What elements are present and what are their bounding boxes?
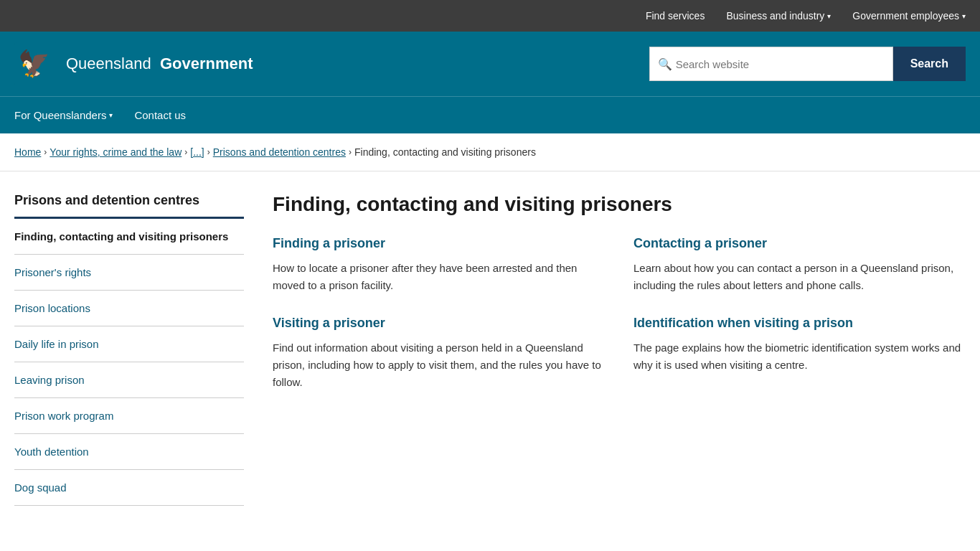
business-industry-link[interactable]: Business and industry ▾ xyxy=(726,10,831,22)
nav-contact-us[interactable]: Contact us xyxy=(134,97,186,134)
card-visiting-a-prisoner: Visiting a prisoner Find out information… xyxy=(273,316,605,391)
nav-for-queenslanders-arrow: ▾ xyxy=(109,97,113,134)
breadcrumb: Home › Your rights, crime and the law › … xyxy=(0,133,980,171)
sidebar-link-daily-life[interactable]: Daily life in prison xyxy=(14,326,244,362)
sidebar-link-dog-squad[interactable]: Dog squad xyxy=(14,470,244,505)
logo-area: 🦅 Queensland Government xyxy=(14,42,253,85)
page-title: Finding, contacting and visiting prisone… xyxy=(273,193,966,216)
sidebar: Prisons and detention centres Finding, c… xyxy=(14,193,244,506)
card-identification-visiting: Identification when visiting a prison Th… xyxy=(633,316,966,391)
nav-for-queenslanders[interactable]: For Queenslanders ▾ xyxy=(14,97,113,134)
sidebar-item-daily-life[interactable]: Daily life in prison xyxy=(14,326,244,362)
card-identification-visiting-title[interactable]: Identification when visiting a prison xyxy=(633,316,966,331)
card-finding-a-prisoner-desc: How to locate a prisoner after they have… xyxy=(273,260,605,294)
breadcrumb-home[interactable]: Home xyxy=(14,146,41,158)
card-finding-a-prisoner: Finding a prisoner How to locate a priso… xyxy=(273,236,605,294)
card-visiting-a-prisoner-title[interactable]: Visiting a prisoner xyxy=(273,316,605,331)
sidebar-link-leaving[interactable]: Leaving prison xyxy=(14,362,244,397)
sidebar-item-finding[interactable]: Finding, contacting and visiting prisone… xyxy=(14,219,244,255)
search-area: 🔍 Search xyxy=(649,47,966,81)
breadcrumb-sep-4: › xyxy=(349,147,352,157)
sidebar-item-dog-squad[interactable]: Dog squad xyxy=(14,470,244,506)
sidebar-link-rights[interactable]: Prisoner's rights xyxy=(14,255,244,290)
sidebar-link-finding[interactable]: Finding, contacting and visiting prisone… xyxy=(14,219,244,254)
gov-employees-label: Government employees xyxy=(852,10,959,22)
breadcrumb-ellipsis[interactable]: [...] xyxy=(190,146,204,158)
utility-bar: Find services Business and industry ▾ Go… xyxy=(0,0,980,32)
sidebar-item-youth[interactable]: Youth detention xyxy=(14,434,244,470)
breadcrumb-current: Finding, contacting and visiting prisone… xyxy=(354,146,536,158)
card-finding-a-prisoner-title[interactable]: Finding a prisoner xyxy=(273,236,605,251)
search-input-wrapper: 🔍 xyxy=(649,47,893,81)
logo-text-regular: Queensland xyxy=(66,55,151,72)
sidebar-item-rights[interactable]: Prisoner's rights xyxy=(14,255,244,291)
sidebar-item-locations[interactable]: Prison locations xyxy=(14,291,244,326)
sidebar-nav: Finding, contacting and visiting prisone… xyxy=(14,219,244,506)
sidebar-link-work-program[interactable]: Prison work program xyxy=(14,398,244,433)
breadcrumb-sep-2: › xyxy=(184,147,187,157)
main-nav: For Queenslanders ▾ Contact us xyxy=(0,96,980,133)
search-icon: 🔍 xyxy=(658,57,672,71)
breadcrumb-sep-3: › xyxy=(207,147,210,157)
business-industry-dropdown-arrow: ▾ xyxy=(827,12,831,20)
site-header: 🦅 Queensland Government 🔍 Search xyxy=(0,32,980,96)
breadcrumb-prisons[interactable]: Prisons and detention centres xyxy=(213,146,346,158)
svg-text:🦅: 🦅 xyxy=(18,48,50,79)
main-content: Finding, contacting and visiting prisone… xyxy=(273,193,966,506)
logo-text-bold: Government xyxy=(160,55,253,72)
sidebar-link-locations[interactable]: Prison locations xyxy=(14,291,244,326)
find-services-link[interactable]: Find services xyxy=(646,10,705,22)
gov-employees-dropdown-arrow: ▾ xyxy=(962,12,966,20)
logo-text: Queensland Government xyxy=(66,55,253,73)
business-industry-label: Business and industry xyxy=(726,10,824,22)
sidebar-title: Prisons and detention centres xyxy=(14,193,244,219)
search-button[interactable]: Search xyxy=(893,47,966,81)
search-input[interactable] xyxy=(649,47,893,81)
gov-employees-link[interactable]: Government employees ▾ xyxy=(852,10,966,22)
sidebar-item-work-program[interactable]: Prison work program xyxy=(14,398,244,434)
sidebar-item-leaving[interactable]: Leaving prison xyxy=(14,362,244,398)
queensland-govt-logo: 🦅 xyxy=(14,42,57,85)
card-visiting-a-prisoner-desc: Find out information about visiting a pe… xyxy=(273,339,605,391)
breadcrumb-sep-1: › xyxy=(44,147,47,157)
card-contacting-a-prisoner-desc: Learn about how you can contact a person… xyxy=(633,260,966,294)
sidebar-link-youth[interactable]: Youth detention xyxy=(14,434,244,469)
cards-grid: Finding a prisoner How to locate a priso… xyxy=(273,236,966,391)
nav-for-queenslanders-label: For Queenslanders xyxy=(14,97,106,134)
card-contacting-a-prisoner: Contacting a prisoner Learn about how yo… xyxy=(633,236,966,294)
breadcrumb-rights-crime[interactable]: Your rights, crime and the law xyxy=(50,146,182,158)
card-contacting-a-prisoner-title[interactable]: Contacting a prisoner xyxy=(633,236,966,251)
card-identification-visiting-desc: The page explains how the biometric iden… xyxy=(633,339,966,374)
main-layout: Prisons and detention centres Finding, c… xyxy=(0,171,980,527)
